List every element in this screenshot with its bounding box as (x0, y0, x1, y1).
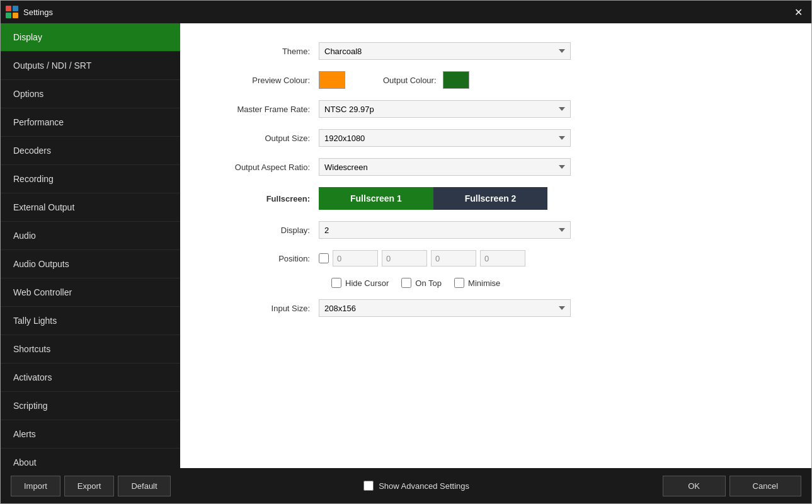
sidebar-item-options[interactable]: Options (1, 80, 180, 108)
sidebar-item-outputs-ndi-srt[interactable]: Outputs / NDI / SRT (1, 52, 180, 80)
master-frame-rate-row: Master Frame Rate: NTSC 29.97p PAL 25p 2… (205, 100, 786, 118)
theme-row: Theme: Charcoal8 Default Light Dark (205, 42, 786, 60)
display-select[interactable]: 1 2 3 4 (319, 221, 571, 239)
position-row: Position: (205, 250, 786, 266)
display-row: Display: 1 2 3 4 (205, 221, 786, 239)
output-colour-swatch[interactable] (443, 71, 469, 89)
input-size-select[interactable]: 208x156 320x240 640x480 160x120 (319, 299, 571, 317)
position-checkbox[interactable] (319, 253, 329, 263)
hide-cursor-item[interactable]: Hide Cursor (331, 278, 389, 288)
output-size-label: Output Size: (205, 134, 319, 143)
fullscreen1-button[interactable]: Fullscreen 1 (319, 187, 433, 210)
app-icon (6, 6, 18, 18)
sidebar-item-performance[interactable]: Performance (1, 108, 180, 137)
sidebar-item-shortcuts[interactable]: Shortcuts (1, 335, 180, 364)
output-aspect-ratio-label: Output Aspect Ratio: (205, 163, 319, 172)
input-size-row: Input Size: 208x156 320x240 640x480 160x… (205, 299, 786, 317)
input-size-label: Input Size: (205, 304, 319, 313)
theme-select[interactable]: Charcoal8 Default Light Dark (319, 42, 571, 60)
output-colour-label: Output Colour: (383, 76, 437, 85)
sidebar-item-web-controller[interactable]: Web Controller (1, 278, 180, 307)
output-aspect-ratio-row: Output Aspect Ratio: Widescreen Standard… (205, 158, 786, 176)
default-button[interactable]: Default (118, 476, 170, 496)
hide-cursor-checkbox[interactable] (331, 278, 341, 288)
sidebar-item-alerts[interactable]: Alerts (1, 420, 180, 449)
on-top-checkbox[interactable] (401, 278, 411, 288)
export-button[interactable]: Export (64, 476, 115, 496)
output-colour-pair: Output Colour: (383, 71, 469, 89)
position-x2[interactable] (382, 250, 427, 266)
sidebar-item-about[interactable]: About (1, 449, 180, 468)
fullscreen-buttons: Fullscreen 1 Fullscreen 2 (319, 187, 547, 210)
theme-label: Theme: (205, 47, 319, 56)
on-top-item[interactable]: On Top (401, 278, 442, 288)
show-advanced-checkbox[interactable] (363, 481, 374, 491)
output-size-select[interactable]: 1920x1080 1280x720 3840x2160 1024x768 (319, 129, 571, 147)
sidebar-item-decoders[interactable]: Decoders (1, 137, 180, 165)
sidebar-item-display[interactable]: Display (1, 23, 180, 52)
master-frame-rate-label: Master Frame Rate: (205, 105, 319, 114)
colour-pair-row: Output Colour: (319, 71, 469, 89)
sidebar: Display Outputs / NDI / SRT Options Perf… (1, 23, 180, 468)
display-label: Display: (205, 226, 319, 235)
position-x4[interactable] (480, 250, 525, 266)
footer-advanced: Show Advanced Settings (363, 481, 469, 491)
footer: Import Export Default Show Advanced Sett… (1, 468, 811, 503)
sidebar-item-audio[interactable]: Audio (1, 222, 180, 250)
import-button[interactable]: Import (11, 476, 60, 496)
icon-cell-blue (13, 6, 18, 11)
sidebar-item-audio-outputs[interactable]: Audio Outputs (1, 250, 180, 278)
icon-cell-yellow (13, 13, 18, 18)
content-area: Theme: Charcoal8 Default Light Dark Prev… (180, 23, 811, 468)
icon-cell-red (6, 6, 11, 11)
position-inputs (319, 250, 525, 266)
main-layout: Display Outputs / NDI / SRT Options Perf… (1, 23, 811, 468)
sidebar-item-external-output[interactable]: External Output (1, 193, 180, 222)
position-x1[interactable] (333, 250, 378, 266)
icon-cell-green (6, 13, 11, 18)
sidebar-item-scripting[interactable]: Scripting (1, 392, 180, 420)
fullscreen-row: Fullscreen: Fullscreen 1 Fullscreen 2 (205, 187, 786, 210)
preview-colour-label: Preview Colour: (205, 76, 319, 85)
titlebar-left: Settings (6, 6, 53, 18)
cancel-button[interactable]: Cancel (729, 476, 801, 496)
position-x3[interactable] (431, 250, 476, 266)
hide-cursor-label: Hide Cursor (345, 278, 389, 288)
minimise-label: Minimise (468, 278, 500, 288)
master-frame-rate-select[interactable]: NTSC 29.97p PAL 25p 23.976p 30p 50p 60p (319, 100, 571, 118)
options-checkbox-row: Hide Cursor On Top Minimise (331, 278, 786, 288)
sidebar-item-tally-lights[interactable]: Tally Lights (1, 307, 180, 335)
sidebar-item-activators[interactable]: Activators (1, 364, 180, 392)
colour-row: Preview Colour: Output Colour: (205, 71, 786, 89)
output-aspect-ratio-select[interactable]: Widescreen Standard Square (319, 158, 571, 176)
minimise-checkbox[interactable] (454, 278, 464, 288)
sidebar-item-recording[interactable]: Recording (1, 165, 180, 193)
fullscreen-label: Fullscreen: (205, 194, 319, 203)
minimise-item[interactable]: Minimise (454, 278, 500, 288)
preview-colour-swatch[interactable] (319, 71, 345, 89)
output-size-row: Output Size: 1920x1080 1280x720 3840x216… (205, 129, 786, 147)
window-title: Settings (23, 8, 53, 17)
on-top-label: On Top (415, 278, 442, 288)
show-advanced-label: Show Advanced Settings (379, 481, 469, 491)
position-label: Position: (205, 254, 319, 263)
fullscreen2-button[interactable]: Fullscreen 2 (433, 187, 548, 210)
close-button[interactable]: ✕ (791, 5, 806, 20)
ok-button[interactable]: OK (663, 476, 726, 496)
titlebar: Settings ✕ (1, 1, 811, 23)
settings-window: Settings ✕ Display Outputs / NDI / SRT O… (0, 0, 812, 504)
